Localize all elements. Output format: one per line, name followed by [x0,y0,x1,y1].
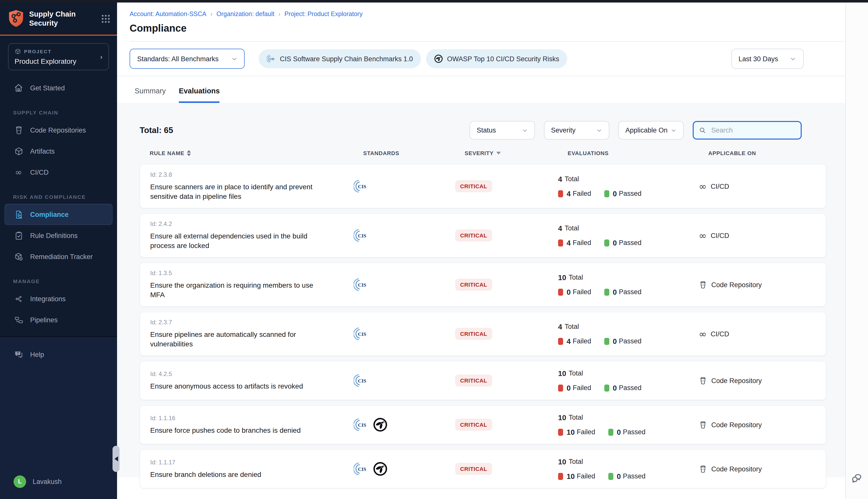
standard-chip-owasp[interactable]: OWASP Top 10 CI/CD Security Risks [426,49,567,68]
tab-bar: Summary Evaluations [117,76,846,103]
sidebar-item-remediation-tracker[interactable]: Remediation Tracker [4,246,112,267]
failed-count: 0 [567,288,571,296]
failed-square-icon [558,338,563,345]
support-chat-icon[interactable] [851,473,864,485]
standards-cell [354,461,455,476]
table-row[interactable]: Id: 2.4.2 Ensure all external dependenci… [140,214,826,257]
window-top-strip [0,0,868,2]
sidebar-item-artifacts[interactable]: Artifacts [4,141,112,162]
applicable-on-label: CI/CD [711,182,730,190]
total-count: 10 [558,458,566,466]
sort-updown-icon[interactable] [187,150,191,156]
project-name: Product Exploratory [14,57,100,65]
nav-section-supply-chain: SUPPLY CHAIN [13,109,117,115]
failed-count: 4 [567,239,571,247]
sidebar-item-pipelines[interactable]: Pipelines [4,309,112,330]
total-count: 4 [558,175,562,183]
rule-id: Id: 1.3.5 [150,270,354,277]
code-repository-icon [699,421,707,429]
severity-badge: CRITICAL [455,375,492,387]
breadcrumb-account[interactable]: Account: Automation-SSCA [130,11,206,17]
passed-square-icon [604,289,609,295]
sidebar-item-rule-definitions[interactable]: Rule Definitions [4,225,112,246]
home-icon [14,83,24,93]
failed-stat: 0 Failed [558,384,591,392]
rule-id: Id: 2.4.2 [150,220,354,228]
passed-count: 0 [613,239,617,247]
user-menu[interactable]: L Lavakush [4,471,112,492]
table-row[interactable]: Id: 2.3.8 Ensure scanners are in place t… [140,164,826,208]
breadcrumb-project[interactable]: Project: Product Exploratory [284,11,362,17]
search-input[interactable] [710,126,788,135]
applicable-on-label: CI/CD [711,232,730,239]
evaluations-cell: 10 Total 0 Failed 0 Passed [558,369,699,392]
user-name: Lavakush [33,478,62,485]
sidebar-item-compliance[interactable]: Compliance [4,204,112,225]
app-window: Supply Chain Security PROJECT Product Ex… [0,0,868,499]
rule-id: Id: 2.3.7 [150,319,354,326]
passed-count: 0 [617,428,621,436]
chevron-down-icon [521,127,528,134]
table-row[interactable]: Id: 4.2.5 Ensure anonymous access to art… [140,361,826,400]
cis-logo-icon [354,326,369,341]
passed-label: Passed [619,384,641,392]
sidebar-item-code-repositories[interactable]: Code Repositories [4,120,112,141]
avatar: L [14,475,26,488]
passed-label: Passed [619,190,641,197]
column-evaluations: EVALUATIONS [568,150,708,156]
applicable-on-label: Code Repository [711,421,762,428]
table-row[interactable]: Id: 2.3.7 Ensure pipelines are automatic… [140,312,826,356]
passed-square-icon [604,190,609,197]
failed-count: 0 [567,384,571,392]
total-label: Total [569,458,583,465]
rule-id: Id: 4.2.5 [150,370,354,377]
table-row[interactable]: Id: 1.1.16 Ensure force pushes code to b… [140,405,826,444]
standards-filter-bar: Standards: All Benchmarks CIS Software S… [117,42,846,76]
project-selector[interactable]: PROJECT Product Exploratory › [8,43,109,70]
breadcrumb: Account: Automation-SSCA › Organization:… [130,11,846,17]
applicable-on-cell: Code Repository [699,421,827,429]
sidebar-item-integrations[interactable]: Integrations [4,288,112,309]
column-severity[interactable]: SEVERITY [465,150,568,156]
passed-stat: 0 Passed [608,428,646,436]
sidebar-item-cicd[interactable]: ∞ CI/CD [4,162,112,183]
failed-stat: 10 Failed [558,472,595,480]
column-rule-name[interactable]: RULE NAME [150,150,363,156]
evaluations-cell: 4 Total 4 Failed 0 Passed [558,322,699,345]
project-cube-icon [14,48,21,55]
passed-square-icon [604,384,609,391]
severity-badge: CRITICAL [455,328,492,340]
status-filter-dropdown[interactable]: Status [470,121,535,139]
total-label: Total [565,323,579,330]
evaluations-cell: 10 Total 10 Failed 0 Passed [558,458,699,480]
sidebar-item-help[interactable]: Help [4,344,112,365]
breadcrumb-organization[interactable]: Organization: default [217,11,275,17]
rule-name-cell: Id: 1.3.5 Ensure the organization is req… [140,270,354,300]
failed-stat: 0 Failed [558,288,591,296]
passed-square-icon [604,239,609,246]
applicable-on-filter-dropdown[interactable]: Applicable On [618,121,684,139]
integrations-share-icon [14,294,24,304]
sidebar-collapse-handle[interactable] [112,446,120,472]
table-row[interactable]: Id: 1.3.5 Ensure the organization is req… [140,263,826,307]
table-row[interactable]: Id: 1.1.17 Ensure branch deletions are d… [140,449,826,488]
failed-square-icon [558,190,563,197]
sidebar-item-get-started[interactable]: Get Started [4,77,112,98]
standard-chip-cis[interactable]: CIS Software Supply Chain Benchmarks 1.0 [259,49,421,68]
severity-filter-dropdown[interactable]: Severity [544,121,609,139]
apps-grid-icon[interactable] [101,14,110,23]
severity-cell: CRITICAL [455,229,558,242]
cicd-icon: ∞ [699,182,707,191]
tab-summary[interactable]: Summary [135,87,166,103]
tab-evaluations[interactable]: Evaluations [179,87,220,103]
cis-logo-icon [354,277,369,292]
cis-logo-icon [354,417,369,432]
date-range-dropdown[interactable]: Last 30 Days [731,49,804,69]
rule-name-cell: Id: 2.3.7 Ensure pipelines are automatic… [140,319,354,349]
standards-cell [354,326,455,341]
evaluations-cell: 10 Total 0 Failed 0 Passed [558,273,699,296]
standards-dropdown[interactable]: Standards: All Benchmarks [130,49,245,69]
applicable-on-cell: ∞ CI/CD [699,231,827,240]
severity-cell: CRITICAL [455,463,558,475]
evaluations-cell: 4 Total 4 Failed 0 Passed [558,175,699,197]
